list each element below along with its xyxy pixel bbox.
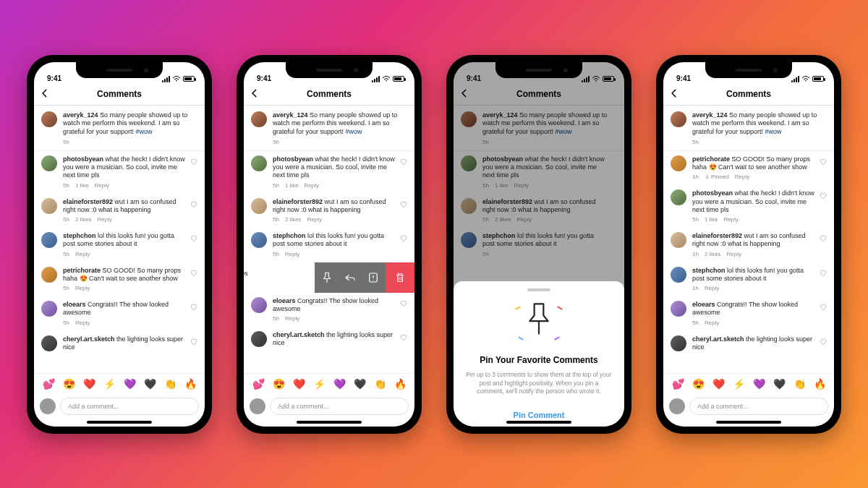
- like-button[interactable]: [190, 270, 197, 277]
- my-avatar[interactable]: [250, 398, 265, 414]
- avatar[interactable]: [41, 111, 57, 127]
- emoji-btn[interactable]: ⚡: [103, 378, 116, 390]
- like-button[interactable]: [820, 304, 827, 311]
- comment-item[interactable]: eloears Congrats!! The show looked aweso…: [244, 293, 414, 328]
- like-button[interactable]: [190, 235, 197, 242]
- avatar[interactable]: [671, 189, 686, 205]
- avatar[interactable]: [41, 267, 57, 283]
- emoji-btn[interactable]: 💜: [124, 378, 136, 390]
- like-button[interactable]: [400, 201, 407, 208]
- back-button[interactable]: [250, 88, 263, 101]
- comment-item[interactable]: cheryl.art.sketch the lighting looks sup…: [244, 327, 414, 352]
- sheet-grabber[interactable]: [527, 288, 550, 291]
- emoji-btn[interactable]: 🔥: [814, 378, 826, 390]
- comment-item[interactable]: stephchon lol this looks fun! you gotta …: [34, 228, 205, 262]
- avatar[interactable]: [671, 111, 686, 127]
- content[interactable]: averyk_124 So many people showed up to w…: [34, 106, 205, 373]
- like-button[interactable]: [820, 235, 827, 242]
- emoji-btn[interactable]: 💜: [753, 378, 765, 390]
- like-button[interactable]: [190, 338, 197, 346]
- delete-button[interactable]: [386, 262, 414, 293]
- like-button[interactable]: [400, 300, 407, 307]
- comment-item[interactable]: elaineforster892 wut I am so confused ri…: [34, 194, 205, 228]
- avatar[interactable]: [41, 155, 57, 171]
- emoji-btn[interactable]: 🖤: [773, 378, 786, 390]
- emoji-btn[interactable]: 🖤: [144, 378, 156, 390]
- comment-item-pinned[interactable]: petrichorate SO GOOD! So many props haha…: [663, 151, 834, 186]
- home-indicator[interactable]: [506, 421, 571, 424]
- comment-item[interactable]: photosbyean what the heck! I didn't know…: [663, 185, 834, 228]
- emoji-btn[interactable]: 🔥: [184, 378, 197, 390]
- comment-item[interactable]: photosbyean what the heck! I didn't know…: [244, 151, 414, 194]
- emoji-btn[interactable]: 😍: [692, 378, 705, 390]
- emoji-btn[interactable]: 💕: [43, 378, 55, 390]
- avatar[interactable]: [41, 232, 57, 248]
- comment-input[interactable]: Add a comment...: [689, 398, 828, 415]
- comment-item-swiped[interactable]: any propsshow: [244, 262, 414, 293]
- emoji-btn[interactable]: 🔥: [394, 378, 407, 390]
- avatar[interactable]: [251, 198, 267, 214]
- emoji-btn[interactable]: 💜: [333, 378, 346, 390]
- back-button[interactable]: [40, 88, 53, 101]
- emoji-btn[interactable]: 💕: [672, 378, 684, 390]
- comment-item[interactable]: cheryl.art.sketch the lighting looks sup…: [34, 331, 205, 356]
- report-icon[interactable]: [367, 271, 380, 284]
- like-button[interactable]: [400, 158, 407, 166]
- pin-comment-button[interactable]: Pin Comment: [465, 406, 613, 421]
- emoji-btn[interactable]: 👏: [164, 378, 176, 390]
- home-indicator[interactable]: [716, 421, 781, 424]
- avatar[interactable]: [41, 301, 57, 317]
- emoji-btn[interactable]: 👏: [793, 378, 806, 390]
- post-username[interactable]: averyk_124: [63, 111, 98, 119]
- emoji-btn[interactable]: ❤️: [293, 378, 305, 390]
- comment-item[interactable]: stephchon lol this looks fun! you gotta …: [663, 262, 834, 297]
- avatar[interactable]: [671, 335, 686, 351]
- content[interactable]: averyk_124 So many people showed up to w…: [244, 106, 414, 373]
- comment-item[interactable]: eloears Congrats!! The show looked aweso…: [34, 296, 205, 331]
- avatar[interactable]: [251, 232, 267, 248]
- emoji-btn[interactable]: 💕: [252, 378, 265, 390]
- my-avatar[interactable]: [40, 398, 56, 414]
- back-button[interactable]: [669, 88, 682, 101]
- like-button[interactable]: [400, 334, 407, 341]
- reply-icon[interactable]: [344, 271, 357, 284]
- avatar[interactable]: [671, 232, 686, 248]
- like-button[interactable]: [190, 201, 197, 208]
- avatar[interactable]: [671, 267, 686, 283]
- comment-item[interactable]: cheryl.art.sketch the lighting looks sup…: [663, 331, 834, 356]
- post-hashtag[interactable]: #wow: [136, 128, 153, 135]
- emoji-btn[interactable]: 👏: [374, 378, 386, 390]
- emoji-btn[interactable]: ⚡: [733, 378, 745, 390]
- avatar[interactable]: [41, 335, 57, 351]
- emoji-btn[interactable]: ❤️: [712, 378, 725, 390]
- avatar[interactable]: [41, 198, 57, 214]
- avatar[interactable]: [671, 155, 686, 171]
- avatar[interactable]: [671, 301, 686, 317]
- like-button[interactable]: [820, 270, 827, 277]
- comment-item[interactable]: elaineforster892 wut I am so confused ri…: [663, 228, 834, 262]
- comment-item[interactable]: eloears Congrats!! The show looked aweso…: [663, 296, 834, 331]
- home-indicator[interactable]: [297, 421, 362, 424]
- pin-icon[interactable]: [320, 271, 333, 284]
- comment-item[interactable]: petrichorate SO GOOD! So many props haha…: [34, 262, 205, 297]
- comment-username[interactable]: photosbyean: [63, 155, 103, 163]
- like-button[interactable]: [820, 192, 827, 200]
- like-button[interactable]: [820, 338, 827, 346]
- avatar[interactable]: [251, 331, 267, 347]
- emoji-btn[interactable]: ❤️: [83, 378, 95, 390]
- like-button[interactable]: [820, 158, 827, 166]
- like-button[interactable]: [190, 304, 197, 311]
- comment-input[interactable]: Add a comment...: [60, 398, 199, 415]
- avatar[interactable]: [251, 297, 267, 313]
- avatar[interactable]: [251, 111, 267, 127]
- comment-item[interactable]: photosbyean what the heck! I didn't know…: [34, 151, 205, 194]
- emoji-btn[interactable]: 🖤: [354, 378, 366, 390]
- comment-input[interactable]: Add a comment...: [270, 398, 409, 415]
- comment-item[interactable]: elaineforster892 wut I am so confused ri…: [244, 194, 414, 228]
- content[interactable]: averyk_124 So many people showed up to w…: [663, 106, 834, 373]
- avatar[interactable]: [251, 155, 267, 171]
- emoji-btn[interactable]: 😍: [273, 378, 285, 390]
- emoji-btn[interactable]: ⚡: [313, 378, 326, 390]
- comment-item[interactable]: stephchon lol this looks fun! you gotta …: [244, 228, 414, 262]
- home-indicator[interactable]: [87, 421, 152, 424]
